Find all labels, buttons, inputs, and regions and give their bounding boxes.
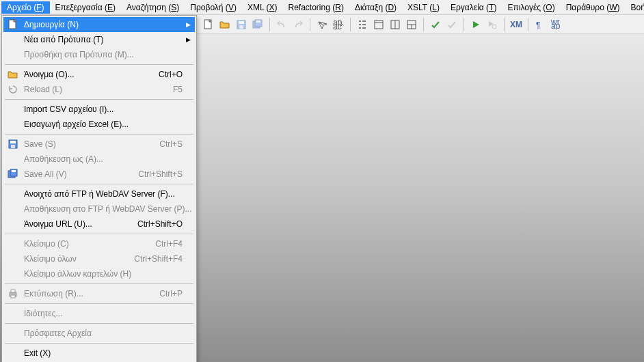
- xml-button[interactable]: XML: [509, 17, 524, 32]
- menubar-item-xml[interactable]: XML (X): [242, 1, 283, 14]
- menubar-item-εργαλεία[interactable]: Εργαλεία (T): [445, 1, 502, 14]
- menu-item: Πρόσφατες Αρχεία: [3, 326, 195, 341]
- save-button: [234, 17, 249, 32]
- submenu-arrow-icon: ▶: [186, 36, 191, 43]
- toolbar-separator: [310, 18, 310, 31]
- menubar-mnemonic: S: [171, 3, 176, 12]
- menu-item-accelerator: F5: [162, 85, 192, 94]
- menubar-label: Refactoring: [288, 3, 330, 12]
- menubar: Αρχείο (F)Επεξεργασία (E)Αναζήτηση (S)Πρ…: [0, 0, 644, 15]
- open-file-button[interactable]: [217, 17, 232, 32]
- menubar-item-βοήθεια[interactable]: Βοήθεια (H): [625, 1, 644, 14]
- save-all-icon: [6, 168, 20, 180]
- menu-item[interactable]: Δημιουργία (N)▶: [3, 17, 195, 32]
- pilcrow-icon: ¶: [536, 20, 544, 29]
- menu-separator: [5, 134, 193, 135]
- save-all-icon: [252, 19, 263, 30]
- save-icon: [6, 138, 20, 150]
- toolbar-separator: [464, 18, 464, 31]
- menu-item-label: Ιδιότητες...: [20, 309, 192, 318]
- svg-rect-23: [10, 141, 16, 143]
- menubar-item-διάταξη[interactable]: Διάταξη (D): [349, 1, 402, 14]
- menu-icon-empty: [6, 153, 20, 165]
- menubar-item-αναζήτηση[interactable]: Αναζήτηση (S): [121, 1, 185, 14]
- toolbar-separator: [269, 18, 270, 31]
- menu-item: Κλείσιμο (C)Ctrl+F4: [3, 236, 195, 251]
- menu-item-accelerator: Ctrl+Shift+S: [127, 169, 192, 179]
- menu-icon-empty: [6, 347, 20, 359]
- wrap-button[interactable]: wrap: [549, 17, 564, 32]
- menubar-label: Βοήθεια: [630, 3, 644, 12]
- menubar-mnemonic: W: [609, 3, 617, 12]
- undo-button: [274, 17, 289, 32]
- menu-icon-empty: [6, 327, 20, 339]
- menubar-item-παράθυρο[interactable]: Παράθυρο (W): [561, 1, 626, 14]
- menu-item-accelerator: Ctrl+Shift+F4: [123, 254, 192, 264]
- open-file-icon: [6, 68, 20, 81]
- save-icon: [237, 20, 246, 29]
- menu-item-label: Import CSV αρχείου (I)...: [20, 105, 192, 114]
- menu-item: Κλείσιμο όλωνCtrl+Shift+F4: [3, 251, 195, 266]
- menu-item: Αποθήκευση στο FTP ή WebDAV Server (P)..…: [3, 201, 195, 217]
- menu-item[interactable]: Νέα από Πρότυπα (T)▶: [3, 32, 195, 47]
- window-button[interactable]: [371, 17, 386, 32]
- check-button: [444, 17, 459, 32]
- menu-icon-empty: [6, 103, 20, 115]
- new-file-button[interactable]: [201, 17, 216, 32]
- svg-rect-2: [239, 21, 244, 24]
- outline-button[interactable]: [355, 17, 370, 32]
- menubar-label: Εργαλεία: [451, 3, 484, 12]
- menubar-item-προβολή[interactable]: Προβολή (V): [185, 1, 242, 14]
- run-config-icon: [487, 20, 497, 29]
- menu-item[interactable]: Import CSV αρχείου (I)...: [3, 102, 195, 117]
- menu-item-label: Εισαγωγή αρχείο Excel (E)...: [20, 120, 192, 129]
- find-replace-button[interactable]: abac: [331, 17, 346, 32]
- menu-item-label: Κλείσιμο όλων: [20, 254, 123, 264]
- menu-item-label: Άνοιγμα URL (U)...: [20, 219, 126, 229]
- svg-rect-30: [11, 295, 15, 298]
- menubar-item-επεξεργασία[interactable]: Επεξεργασία (E): [50, 1, 122, 14]
- menu-separator: [5, 343, 193, 344]
- menubar-mnemonic: D: [388, 3, 394, 12]
- menu-icon-empty: [6, 203, 20, 215]
- menu-item-label: Κλείσιμο άλλων καρτελών (H): [20, 269, 192, 279]
- menu-separator: [5, 234, 193, 234]
- layout2-button[interactable]: [404, 17, 419, 32]
- menubar-item-xslt[interactable]: XSLT (L): [402, 1, 445, 14]
- menu-item[interactable]: Εισαγωγή αρχείο Excel (E)...: [3, 117, 195, 132]
- run-icon: [472, 20, 480, 29]
- open-file-icon: [219, 20, 230, 29]
- menubar-label: Επεξεργασία: [55, 3, 103, 12]
- menubar-item-αρχείο[interactable]: Αρχείο (F): [1, 1, 50, 14]
- svg-rect-27: [12, 170, 16, 172]
- menu-item-label: Κλείσιμο (C): [20, 239, 144, 249]
- menubar-mnemonic: E: [107, 3, 113, 12]
- menu-item-label: Αποθήκευση στο FTP ή WebDAV Server (P)..…: [20, 204, 192, 214]
- menubar-item-refactoring[interactable]: Refactoring (R): [282, 1, 349, 14]
- validate-button[interactable]: [428, 17, 443, 32]
- menu-item-label: Ανοιχτό από FTP ή WebDAV Server (F)...: [20, 189, 192, 199]
- pilcrow-button[interactable]: ¶: [533, 17, 548, 32]
- layout1-button[interactable]: [388, 17, 403, 32]
- menu-item[interactable]: Ανοιχτό από FTP ή WebDAV Server (F)...: [3, 186, 195, 201]
- menu-icon-empty: [6, 188, 20, 200]
- toolbar-separator: [423, 18, 424, 31]
- menu-separator: [5, 184, 193, 184]
- menu-item: Κλείσιμο άλλων καρτελών (H): [3, 266, 195, 281]
- menu-item-accelerator: Ctrl+P: [148, 289, 192, 298]
- menu-separator: [5, 64, 193, 65]
- menu-icon-empty: [6, 253, 20, 265]
- toolbar-separator: [504, 18, 505, 31]
- menu-item-label: Νέα από Πρότυπα (T): [20, 35, 192, 44]
- menubar-label: Παράθυρο: [566, 3, 604, 12]
- menu-item[interactable]: Άνοιγμα (O)...Ctrl+O: [3, 67, 195, 82]
- submenu-arrow-icon: ▶: [186, 21, 191, 28]
- run-button[interactable]: [468, 17, 483, 32]
- menu-item[interactable]: Άνοιγμα URL (U)...Ctrl+Shift+O: [3, 217, 195, 232]
- undo-icon: [276, 20, 287, 29]
- menubar-item-επιλογές[interactable]: Επιλογές (O): [502, 1, 560, 14]
- toolbar-separator: [528, 18, 528, 31]
- menu-item-accelerator: Ctrl+S: [148, 139, 192, 149]
- find-button[interactable]: [314, 17, 330, 32]
- menu-item[interactable]: Exit (X): [3, 346, 195, 361]
